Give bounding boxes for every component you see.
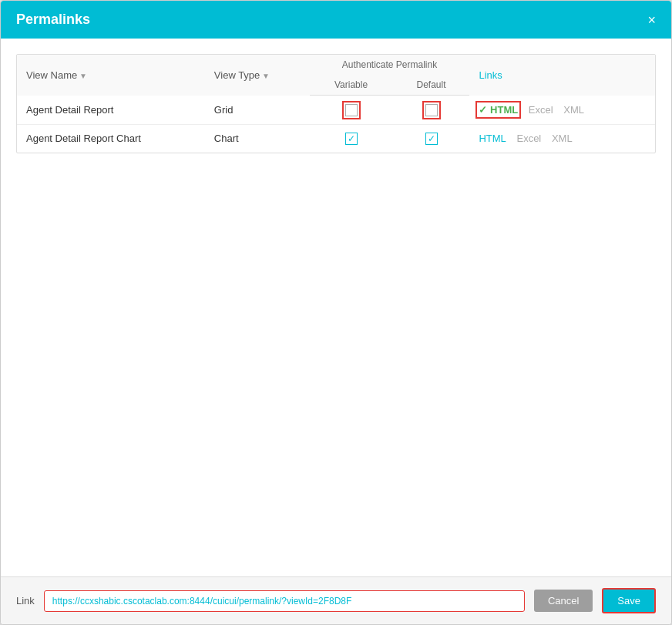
row1-default-cell xyxy=(393,96,470,125)
close-button[interactable]: × xyxy=(647,13,656,27)
cancel-button[interactable]: Cancel xyxy=(534,590,593,612)
row2-default-cell: ✓ xyxy=(393,124,470,153)
table-header-row-1: View Name View Type Authenticate Permali… xyxy=(17,55,655,75)
row2-view-name: Agent Detail Report Chart xyxy=(17,124,205,153)
permalinks-table-container: View Name View Type Authenticate Permali… xyxy=(16,54,656,153)
row2-variable-checkbox[interactable]: ✓ xyxy=(345,133,358,145)
row2-html-link[interactable]: HTML xyxy=(479,133,506,144)
row1-variable-cell xyxy=(310,96,393,125)
row2-view-type: Chart xyxy=(205,124,310,153)
dialog-header: Permalinks × xyxy=(1,1,671,39)
table-row: Agent Detail Report Chart Chart ✓ ✓ HTML… xyxy=(17,124,655,153)
permalinks-dialog: Permalinks × View Name View Type Authent… xyxy=(0,0,672,625)
permalinks-table: View Name View Type Authenticate Permali… xyxy=(17,55,655,153)
dialog-title: Permalinks xyxy=(16,12,90,28)
row1-links-cell: ✓ HTML Excel XML xyxy=(469,96,655,125)
row1-view-name: Agent Detail Report xyxy=(17,96,205,125)
table-row: Agent Detail Report Grid ✓ HTML Excel XM… xyxy=(17,96,655,125)
row2-excel-link: Excel xyxy=(516,133,541,144)
dialog-body: View Name View Type Authenticate Permali… xyxy=(1,39,671,576)
row1-variable-checkbox[interactable] xyxy=(345,104,358,116)
link-url-input[interactable] xyxy=(44,590,525,612)
col-header-links: Links xyxy=(469,55,655,96)
row2-variable-cell: ✓ xyxy=(310,124,393,153)
dialog-footer: Link Cancel Save xyxy=(1,576,671,624)
save-button[interactable]: Save xyxy=(602,588,656,613)
col-header-view-type[interactable]: View Type xyxy=(205,55,310,96)
col-header-variable: Variable xyxy=(310,75,393,96)
row1-view-type: Grid xyxy=(205,96,310,125)
row2-default-checkbox[interactable]: ✓ xyxy=(425,133,438,145)
row1-html-link[interactable]: ✓ HTML xyxy=(479,104,518,116)
col-header-default: Default xyxy=(393,75,470,96)
row2-xml-link: XML xyxy=(552,133,573,144)
link-label: Link xyxy=(16,595,35,607)
row2-links-cell: HTML Excel XML xyxy=(469,124,655,153)
row1-excel-link: Excel xyxy=(529,104,553,116)
col-header-authenticate-group: Authenticate Permalink xyxy=(310,55,470,75)
row1-default-checkbox[interactable] xyxy=(425,104,438,116)
col-header-view-name[interactable]: View Name xyxy=(17,55,205,96)
row1-xml-link: XML xyxy=(563,104,584,116)
